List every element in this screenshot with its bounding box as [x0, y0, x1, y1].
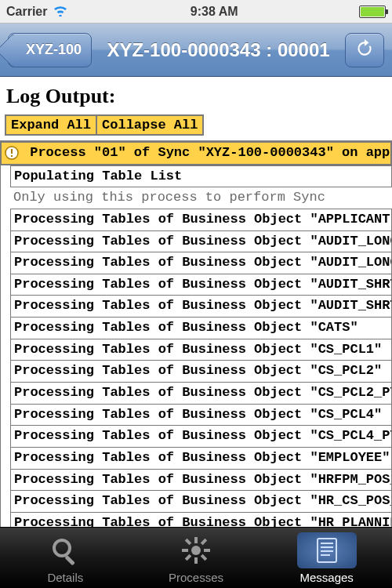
tab-label: Processes — [169, 571, 223, 584]
collapse-all-button[interactable]: Collapse All — [96, 114, 204, 136]
svg-rect-1 — [11, 149, 13, 154]
back-button[interactable]: XYZ-100 — [8, 33, 92, 67]
tab-processes[interactable]: Processes — [131, 528, 262, 588]
svg-rect-7 — [65, 555, 75, 565]
battery-icon — [359, 5, 386, 18]
tab-messages[interactable]: Messages — [261, 528, 392, 588]
document-icon — [297, 532, 357, 568]
log-row[interactable]: Processing Tables of Business Object "AU… — [10, 296, 392, 318]
svg-rect-12 — [204, 549, 210, 552]
log-row[interactable]: Processing Tables of Business Object "AU… — [10, 252, 392, 274]
carrier-label: Carrier — [6, 5, 47, 19]
clock: 9:38 AM — [69, 5, 359, 19]
svg-point-8 — [191, 546, 201, 555]
log-row[interactable]: Processing Tables of Business Object "CS… — [10, 361, 392, 383]
nav-bar: XYZ-100 XYZ-100-0000343 : 00001 — [0, 24, 392, 77]
log-row[interactable]: Processing Tables of Business Object "CS… — [10, 339, 392, 361]
svg-rect-2 — [11, 155, 13, 157]
log-row[interactable]: Processing Tables of Business Object "AU… — [10, 274, 392, 296]
tab-label: Messages — [299, 571, 353, 584]
tab-label: Details — [47, 571, 83, 584]
svg-point-6 — [54, 540, 70, 556]
gear-icon — [166, 532, 226, 568]
log-subheader[interactable]: Populating Table List — [10, 165, 392, 188]
svg-rect-11 — [182, 549, 188, 552]
svg-rect-13 — [185, 538, 191, 544]
log-output[interactable]: Process "01" of Sync "XYZ-100-0000343" o… — [0, 140, 392, 527]
tab-details[interactable]: Details — [0, 528, 131, 588]
log-header-text: Process "01" of Sync "XYZ-100-0000343" o… — [22, 143, 392, 163]
log-row[interactable]: Processing Tables of Business Object "HR… — [10, 513, 392, 527]
log-row[interactable]: Processing Tables of Business Object "EM… — [10, 448, 392, 470]
log-row[interactable]: Processing Tables of Business Object "CS… — [10, 426, 392, 448]
svg-rect-14 — [201, 554, 207, 560]
log-row[interactable]: Processing Tables of Business Object "AP… — [10, 209, 392, 231]
refresh-icon — [354, 38, 375, 61]
tab-bar: Details Processes Messages — [0, 527, 392, 588]
log-heading: Log Output: — [0, 77, 392, 114]
log-row[interactable]: Processing Tables of Business Object "CA… — [10, 318, 392, 339]
log-row[interactable]: Processing Tables of Business Object "AU… — [10, 231, 392, 253]
expand-all-button[interactable]: Expand All — [5, 114, 97, 136]
refresh-button[interactable] — [345, 33, 384, 67]
log-row[interactable]: Processing Tables of Business Object "CS… — [10, 383, 392, 405]
log-row[interactable]: Processing Tables of Business Object "CS… — [10, 405, 392, 426]
status-bar: Carrier 9:38 AM — [0, 0, 392, 24]
content-area: Log Output: Expand All Collapse All Proc… — [0, 77, 392, 527]
log-note: Only using this process to perform Sync — [10, 187, 392, 209]
back-button-label: XYZ-100 — [26, 42, 82, 58]
warning-icon — [5, 146, 19, 160]
svg-rect-15 — [201, 538, 207, 544]
log-header-row[interactable]: Process "01" of Sync "XYZ-100-0000343" o… — [0, 141, 392, 165]
svg-rect-16 — [185, 554, 191, 560]
svg-rect-9 — [194, 537, 198, 543]
wifi-icon — [52, 4, 69, 20]
svg-rect-10 — [194, 557, 198, 564]
log-row[interactable]: Processing Tables of Business Object "HR… — [10, 491, 392, 513]
log-row[interactable]: Processing Tables of Business Object "HR… — [10, 470, 392, 492]
page-title: XYZ-100-0000343 : 00001 — [100, 39, 337, 61]
magnifier-icon — [35, 532, 95, 568]
